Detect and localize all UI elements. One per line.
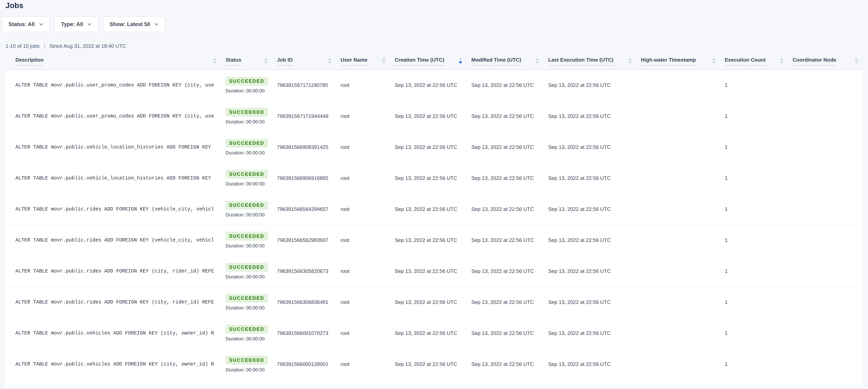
job-last-execution-time: Sep 13, 2022 at 22:56 UTC (544, 132, 636, 163)
job-high-water (636, 163, 720, 194)
job-execution-count: 1 (720, 225, 788, 256)
column-header-execution-count[interactable]: Execution Count (720, 53, 788, 70)
job-modified-time: Sep 13, 2022 at 22:56 UTC (467, 70, 544, 101)
job-id: 796391566906916865 (272, 163, 336, 194)
job-last-execution-time: Sep 13, 2022 at 22:56 UTC (544, 70, 636, 101)
job-high-water (636, 194, 720, 225)
show-filter-dropdown[interactable]: Show: Latest 50 (103, 17, 165, 32)
status-badge: SUCCEEDED (226, 77, 268, 86)
job-duration: Duration: 00:00:00 (226, 274, 268, 280)
job-description-link[interactable]: ALTER TABLE movr.public.rides ADD FOREIG… (5, 287, 221, 318)
column-label: User Name (341, 57, 367, 66)
job-high-water (636, 256, 720, 287)
results-count: 1-10 of 10 jobs (5, 43, 39, 49)
sort-icon (535, 58, 539, 64)
column-header-high-water-timestamp[interactable]: High-water Timestamp (636, 53, 720, 70)
column-label: Last Execution Time (UTC) (548, 57, 613, 66)
sort-desc-icon (712, 61, 716, 64)
sort-asc-icon (459, 58, 462, 60)
job-id: 796391566564294657 (272, 194, 336, 225)
job-creation-time: Sep 13, 2022 at 22:56 UTC (390, 101, 467, 132)
job-status-cell: SUCCEEDED Duration: 00:00:00 (221, 101, 272, 132)
sort-desc-icon (382, 61, 385, 64)
table-bottom-spacer (5, 380, 863, 387)
job-creation-time: Sep 13, 2022 at 22:56 UTC (390, 256, 467, 287)
status-badge: SUCCEEDED (226, 263, 268, 271)
status-badge: SUCCEEDED (226, 108, 268, 117)
job-user-name: root (336, 70, 390, 101)
status-badge: SUCCEEDED (226, 232, 268, 240)
sort-asc-icon (382, 58, 385, 60)
column-header-description[interactable]: Description (5, 53, 221, 70)
sort-asc-icon (328, 58, 332, 60)
job-user-name: root (336, 287, 390, 318)
job-modified-time: Sep 13, 2022 at 22:56 UTC (467, 163, 544, 194)
job-status-cell: SUCCEEDED Duration: 00:00:00 (221, 287, 272, 318)
column-header-job-id[interactable]: Job ID (272, 53, 336, 70)
column-header-coordinator-node[interactable]: Coordinator Node (788, 53, 863, 70)
sort-icon (213, 58, 217, 64)
column-label: Coordinator Node (793, 57, 836, 66)
job-description-link[interactable]: ALTER TABLE movr.public.user_promo_codes… (5, 101, 221, 132)
job-execution-count: 1 (720, 287, 788, 318)
column-label: Creation Time (UTC) (395, 57, 444, 66)
column-header-last-execution-time[interactable]: Last Execution Time (UTC) (544, 53, 636, 70)
job-last-execution-time: Sep 13, 2022 at 22:56 UTC (544, 256, 636, 287)
job-creation-time: Sep 13, 2022 at 22:56 UTC (390, 225, 467, 256)
table-row: ALTER TABLE movr.public.vehicle_location… (5, 132, 863, 163)
filters-bar: Status: All Type: All Show: Latest 50 (2, 17, 868, 32)
column-label: Status (226, 57, 241, 66)
sort-asc-icon (213, 58, 217, 60)
job-description-link[interactable]: ALTER TABLE movr.public.vehicles ADD FOR… (5, 349, 221, 380)
job-last-execution-time: Sep 13, 2022 at 22:56 UTC (544, 101, 636, 132)
since-timestamp: Since Aug 31, 2022 at 18:40 UTC (50, 43, 126, 49)
column-header-status[interactable]: Status (221, 53, 272, 70)
sort-asc-icon (855, 58, 858, 60)
job-description-link[interactable]: ALTER TABLE movr.public.rides ADD FOREIG… (5, 194, 221, 225)
job-status-cell: SUCCEEDED Duration: 00:00:00 (221, 349, 272, 380)
column-header-modified-time[interactable]: Modified Time (UTC) (467, 53, 544, 70)
column-header-creation-time[interactable]: Creation Time (UTC) (390, 53, 467, 70)
column-label: High-water Timestamp (641, 57, 696, 66)
job-description-link[interactable]: ALTER TABLE movr.public.user_promo_codes… (5, 70, 221, 101)
column-header-user-name[interactable]: User Name (336, 53, 390, 70)
job-execution-count: 1 (720, 318, 788, 349)
job-description-link[interactable]: ALTER TABLE movr.public.rides ADD FOREIG… (5, 225, 221, 256)
type-filter-label: Type: All (61, 21, 83, 27)
job-status-cell: SUCCEEDED Duration: 00:00:00 (221, 70, 272, 101)
job-coordinator-node (788, 349, 863, 380)
job-duration: Duration: 00:00:00 (226, 181, 268, 187)
sort-asc-icon (628, 58, 632, 60)
job-coordinator-node (788, 287, 863, 318)
job-user-name: root (336, 225, 390, 256)
sort-desc-icon (628, 61, 632, 64)
job-modified-time: Sep 13, 2022 at 22:56 UTC (467, 349, 544, 380)
job-execution-count: 1 (720, 70, 788, 101)
job-duration: Duration: 00:00:00 (226, 212, 268, 218)
job-modified-time: Sep 13, 2022 at 22:56 UTC (467, 194, 544, 225)
job-id: 796391566305820673 (272, 256, 336, 287)
job-execution-count: 1 (720, 132, 788, 163)
status-badge: SUCCEEDED (226, 170, 268, 179)
job-coordinator-node (788, 318, 863, 349)
status-filter-dropdown[interactable]: Status: All (2, 17, 50, 32)
job-id: 796391567171190785 (272, 70, 336, 101)
job-status-cell: SUCCEEDED Duration: 00:00:00 (221, 256, 272, 287)
job-execution-count: 1 (720, 256, 788, 287)
job-description-link[interactable]: ALTER TABLE movr.public.vehicles ADD FOR… (5, 318, 221, 349)
sort-icon (628, 58, 632, 64)
type-filter-dropdown[interactable]: Type: All (55, 17, 98, 32)
job-creation-time: Sep 13, 2022 at 22:56 UTC (390, 349, 467, 380)
status-badge: SUCCEEDED (226, 294, 268, 302)
job-description-link[interactable]: ALTER TABLE movr.public.vehicle_location… (5, 132, 221, 163)
job-description-link[interactable]: ALTER TABLE movr.public.rides ADD FOREIG… (5, 256, 221, 287)
job-description-link[interactable]: ALTER TABLE movr.public.vehicle_location… (5, 163, 221, 194)
table-row: ALTER TABLE movr.public.user_promo_codes… (5, 101, 863, 132)
jobs-table: Description Status Job ID User Name Crea… (5, 53, 863, 380)
job-user-name: root (336, 349, 390, 380)
job-user-name: root (336, 101, 390, 132)
table-row: ALTER TABLE movr.public.vehicles ADD FOR… (5, 318, 863, 349)
job-id: 796391566908391425 (272, 132, 336, 163)
job-creation-time: Sep 13, 2022 at 22:56 UTC (390, 163, 467, 194)
job-id: 796391567171944449 (272, 101, 336, 132)
